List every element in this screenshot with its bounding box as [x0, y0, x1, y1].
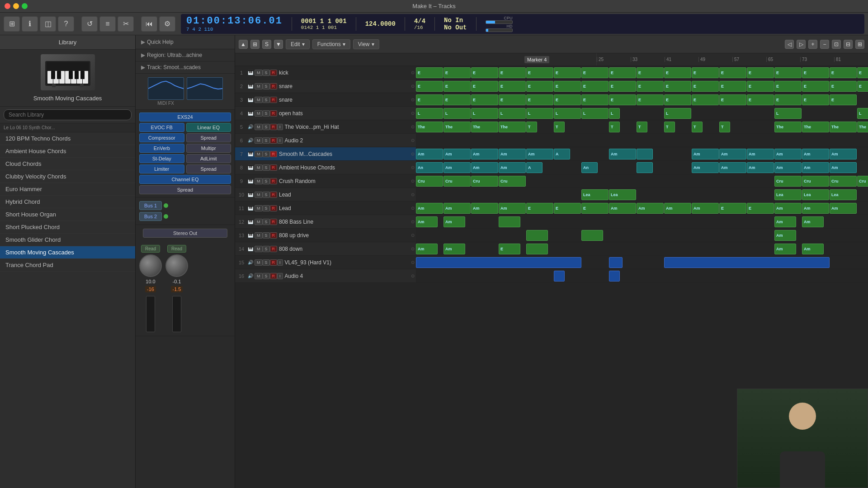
- record-button[interactable]: R: [270, 97, 278, 103]
- solo-button[interactable]: S: [263, 259, 270, 266]
- track-segment[interactable]: E: [857, 67, 868, 78]
- track-segment[interactable]: E: [416, 81, 443, 92]
- track-row[interactable]: 1 🎹 M S R kick ⊙: [235, 66, 416, 80]
- track-segment[interactable]: E: [554, 67, 581, 78]
- solo-button[interactable]: S: [263, 151, 270, 157]
- solo-button[interactable]: S: [263, 137, 270, 144]
- track-segment[interactable]: Am: [416, 149, 443, 160]
- adlimit-plugin[interactable]: AdLimit: [186, 154, 231, 163]
- track-segment[interactable]: T: [692, 122, 703, 132]
- track-segment[interactable]: Am: [747, 149, 774, 160]
- track-segment[interactable]: The: [471, 122, 498, 132]
- track-segment[interactable]: T: [637, 122, 647, 132]
- region-info-section[interactable]: ▶Region: Ultrab...achine: [136, 49, 235, 61]
- track-row[interactable]: 13 🎹 M S R 808 up drive ⊙: [235, 229, 416, 242]
- bus1-button[interactable]: Bus 1: [139, 201, 162, 210]
- track-segment[interactable]: Cru: [774, 176, 802, 187]
- track-settings-icon[interactable]: ⊙: [410, 164, 416, 171]
- solo-button[interactable]: S: [263, 83, 270, 89]
- maximize-button[interactable]: [22, 3, 28, 9]
- track-segment[interactable]: E: [692, 67, 719, 78]
- spread3-plugin[interactable]: Spread: [186, 164, 231, 174]
- track-settings-icon[interactable]: ⊙: [410, 124, 416, 130]
- spread4-plugin[interactable]: Spread: [139, 185, 231, 194]
- fader-knob-2[interactable]: [165, 254, 188, 277]
- search-input[interactable]: [4, 109, 132, 120]
- track-settings-icon[interactable]: ⊙: [410, 205, 416, 211]
- track-segment[interactable]: L: [774, 108, 802, 119]
- track-segment[interactable]: E: [581, 81, 609, 92]
- quick-help-section[interactable]: ▶Quick Help: [136, 35, 235, 49]
- track-segment[interactable]: E: [609, 67, 636, 78]
- solo-button[interactable]: S: [263, 205, 270, 211]
- view-menu[interactable]: View ▾: [353, 39, 379, 49]
- mute-button[interactable]: M: [255, 219, 263, 225]
- track-segment[interactable]: E: [443, 94, 471, 105]
- track-segment[interactable]: E: [526, 67, 553, 78]
- solo-button[interactable]: S: [263, 110, 270, 117]
- track-segment[interactable]: E: [554, 81, 581, 92]
- track-segment[interactable]: The: [443, 122, 471, 132]
- library-button[interactable]: ⊞: [4, 16, 20, 32]
- track-segment[interactable]: Am: [692, 162, 719, 173]
- track-segment[interactable]: The: [774, 122, 802, 132]
- track-segment[interactable]: The: [830, 122, 857, 132]
- track-segment[interactable]: E: [802, 81, 829, 92]
- library-item[interactable]: Smooth Glider Chord: [0, 234, 135, 246]
- record-button[interactable]: R: [270, 259, 278, 266]
- record-button[interactable]: R: [270, 246, 278, 252]
- track-segment[interactable]: Am: [774, 149, 802, 160]
- exs24-plugin[interactable]: EXS24: [139, 113, 231, 122]
- record-button[interactable]: R: [270, 232, 278, 239]
- track-row[interactable]: 8 🎹 M S R Ambient House Chords ⊙: [235, 161, 416, 174]
- mute-button[interactable]: M: [255, 178, 263, 184]
- input-monitor-button[interactable]: I: [277, 137, 283, 144]
- track-settings-icon[interactable]: ⊙: [410, 97, 416, 103]
- functions-menu[interactable]: Functions ▾: [312, 39, 350, 49]
- help-button[interactable]: ?: [58, 16, 74, 32]
- filter-button[interactable]: ⊞: [855, 40, 864, 49]
- track-settings-icon[interactable]: ⊙: [410, 83, 416, 89]
- zoom-in-button[interactable]: +: [808, 40, 817, 49]
- input-monitor-button[interactable]: I: [277, 273, 283, 279]
- track-segment[interactable]: E: [774, 94, 802, 105]
- track-segment[interactable]: E: [774, 81, 802, 92]
- quantize-button[interactable]: ⊟: [844, 40, 853, 49]
- track-segment[interactable]: L: [526, 108, 553, 119]
- track-segment[interactable]: Am: [443, 216, 465, 227]
- track-segment[interactable]: E: [719, 94, 746, 105]
- mute-button[interactable]: M: [255, 232, 263, 239]
- track-segment[interactable]: E: [774, 67, 802, 78]
- solo-button[interactable]: S: [263, 97, 270, 103]
- mute-button[interactable]: M: [255, 110, 263, 117]
- solo-button[interactable]: S: [262, 40, 271, 49]
- track-segment[interactable]: E: [802, 67, 829, 78]
- channel-eq-plugin[interactable]: Channel EQ: [139, 175, 231, 184]
- enverb-plugin[interactable]: EnVerb: [139, 144, 184, 153]
- track-segment[interactable]: A: [526, 162, 542, 173]
- track-segment[interactable]: An: [416, 162, 443, 173]
- record-button[interactable]: R: [270, 110, 278, 117]
- library-item[interactable]: Short House Organ: [0, 208, 135, 221]
- track-segment[interactable]: E: [609, 94, 636, 105]
- solo-button[interactable]: S: [263, 246, 270, 252]
- fader-bar-1[interactable]: [146, 296, 155, 332]
- track-segment[interactable]: E: [830, 81, 857, 92]
- track-segment[interactable]: [581, 230, 603, 241]
- track-segment[interactable]: T: [526, 122, 537, 132]
- track-segment[interactable]: E: [637, 67, 664, 78]
- track-segment[interactable]: L: [581, 108, 609, 119]
- track-segment[interactable]: Cru: [416, 176, 443, 187]
- solo-button[interactable]: S: [263, 232, 270, 239]
- minimize-button[interactable]: [13, 3, 19, 9]
- track-segment[interactable]: Am: [692, 203, 719, 214]
- solo-button[interactable]: S: [263, 124, 270, 130]
- track-segment[interactable]: E: [664, 67, 691, 78]
- limiter-plugin[interactable]: Limiter: [139, 164, 184, 174]
- track-segment[interactable]: L: [471, 108, 498, 119]
- settings-button[interactable]: ⚙: [159, 16, 175, 32]
- track-settings-icon[interactable]: ⊙: [410, 273, 416, 279]
- track-segment[interactable]: A: [554, 149, 570, 160]
- track-segment[interactable]: Am: [443, 203, 471, 214]
- track-segment[interactable]: E: [471, 94, 498, 105]
